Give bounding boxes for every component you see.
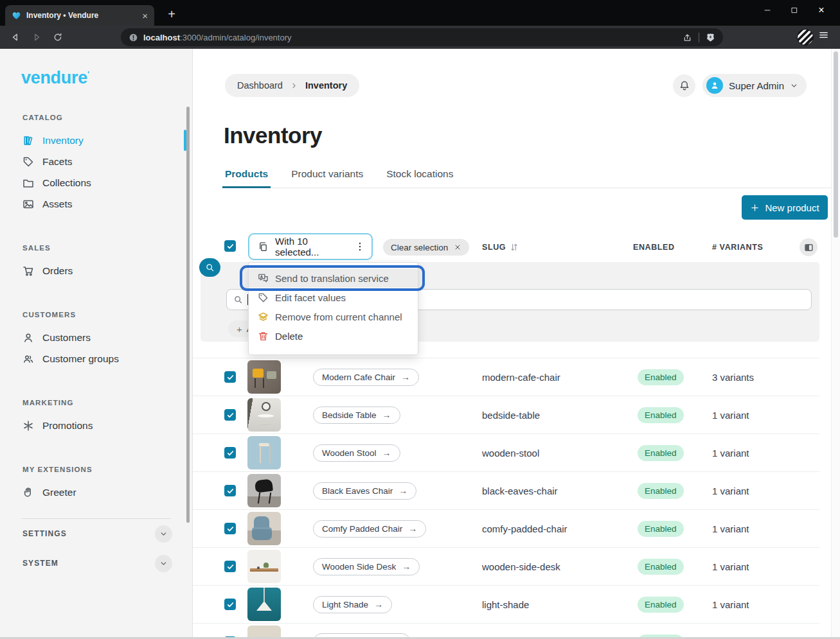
user-name: Super Admin bbox=[729, 80, 784, 91]
search-toggle-button[interactable] bbox=[199, 258, 220, 277]
row-checkbox[interactable] bbox=[224, 523, 236, 534]
row-checkbox[interactable] bbox=[224, 409, 236, 421]
product-name-link[interactable]: Comfy Padded Chair→ bbox=[313, 520, 426, 538]
browser-menu-button[interactable] bbox=[818, 30, 834, 45]
system-expand-button[interactable] bbox=[155, 555, 172, 572]
user-menu[interactable]: Super Admin bbox=[702, 74, 807, 97]
product-name-link[interactable]: Wooden Side Desk→ bbox=[313, 558, 420, 575]
status-cell: Enabled bbox=[638, 597, 712, 613]
with-selected-label: With 10 selected... bbox=[275, 236, 346, 258]
sidebar-item-collections[interactable]: Collections bbox=[0, 172, 192, 193]
tab-bar: Products Product variants Stock location… bbox=[224, 168, 831, 188]
kebab-menu-icon[interactable] bbox=[355, 241, 365, 252]
sidebar-scrollbar[interactable] bbox=[186, 107, 190, 523]
user-icon bbox=[22, 332, 34, 344]
row-checkbox[interactable] bbox=[224, 599, 236, 610]
sidebar-item-inventory[interactable]: Inventory bbox=[0, 130, 192, 151]
users-icon bbox=[22, 353, 34, 365]
product-name-cell: Bedside Table→ bbox=[313, 407, 482, 424]
reload-button[interactable] bbox=[50, 30, 66, 45]
divider bbox=[699, 33, 699, 42]
product-name: Bedside Table bbox=[322, 410, 377, 420]
column-settings-button[interactable] bbox=[800, 238, 818, 256]
status-badge: Enabled bbox=[638, 521, 684, 537]
product-slug: light-shade bbox=[482, 599, 638, 610]
breadcrumb-dashboard-link[interactable]: Dashboard bbox=[237, 80, 283, 91]
tab-stock-locations[interactable]: Stock locations bbox=[385, 168, 454, 188]
sidebar-section-customers: CUSTOMERSCustomersCustomer groups bbox=[0, 311, 192, 369]
url-path: :3000/admin/catalog/inventory bbox=[180, 33, 291, 42]
sidebar-item-facets[interactable]: Facets bbox=[0, 151, 192, 172]
product-name: Wooden Side Desk bbox=[322, 562, 396, 572]
sidebar-item-promotions[interactable]: Promotions bbox=[0, 415, 192, 436]
forward-button[interactable] bbox=[29, 30, 44, 45]
maximize-button[interactable] bbox=[781, 1, 808, 19]
brave-shield-icon[interactable] bbox=[706, 33, 715, 42]
url-text: localhost:3000/admin/catalog/inventory bbox=[143, 33, 292, 42]
arrow-right-icon: → bbox=[374, 600, 383, 609]
copy-icon bbox=[258, 241, 269, 252]
variant-count: 1 variant bbox=[712, 486, 749, 496]
check-icon bbox=[226, 449, 235, 457]
browser-tab[interactable]: Inventory • Vendure × bbox=[5, 5, 154, 26]
menu-item-send-to-translation-service[interactable]: Send to translation service bbox=[249, 268, 418, 288]
share-icon[interactable] bbox=[683, 33, 692, 42]
variant-count: 1 variant bbox=[712, 561, 749, 572]
product-name: Light Shade bbox=[322, 600, 368, 609]
browser-profile-avatar[interactable] bbox=[797, 29, 814, 46]
page-scrollbar[interactable] bbox=[831, 49, 840, 639]
window-controls: × bbox=[754, 1, 835, 20]
close-window-button[interactable]: × bbox=[808, 1, 835, 19]
product-name-cell: Light Shade→ bbox=[313, 596, 482, 613]
select-all-checkbox[interactable] bbox=[224, 240, 236, 252]
notifications-button[interactable] bbox=[673, 74, 695, 97]
sidebar-item-system[interactable]: SYSTEM bbox=[22, 548, 172, 578]
sidebar-item-greeter[interactable]: Greeter bbox=[0, 482, 192, 503]
vendure-logo: vendure' bbox=[21, 68, 192, 88]
new-product-button[interactable]: New product bbox=[742, 195, 828, 220]
sidebar-section-catalog: CATALOGInventoryFacetsCollectionsAssets bbox=[0, 114, 192, 214]
product-name-link[interactable]: Light Shade→ bbox=[313, 596, 392, 613]
site-info-icon[interactable] bbox=[129, 33, 138, 42]
with-selected-button[interactable]: With 10 selected... bbox=[248, 233, 373, 260]
chevron-right-icon bbox=[290, 82, 298, 90]
check-icon bbox=[226, 373, 235, 381]
product-name-link[interactable]: Bedside Table→ bbox=[313, 407, 400, 424]
menu-item-label: Remove from current channel bbox=[275, 311, 402, 322]
back-button[interactable] bbox=[8, 30, 23, 45]
hand-icon bbox=[22, 487, 34, 498]
settings-expand-button[interactable] bbox=[155, 525, 172, 543]
scrollbar-thumb[interactable] bbox=[834, 51, 838, 238]
table-row: Light Shade→light-shadeEnabled1 variant bbox=[193, 585, 819, 623]
tab-products[interactable]: Products bbox=[224, 168, 269, 188]
sidebar-item-customer-groups[interactable]: Customer groups bbox=[0, 348, 192, 369]
sidebar-item-label: Customers bbox=[42, 332, 91, 344]
row-checkbox[interactable] bbox=[224, 447, 236, 459]
minimize-button[interactable] bbox=[754, 1, 781, 19]
menu-item-remove-from-current-channel[interactable]: Remove from current channel bbox=[249, 307, 418, 326]
table-row: Modern Cafe Chair→modern-cafe-chairEnabl… bbox=[193, 358, 819, 396]
sidebar-item-orders[interactable]: Orders bbox=[0, 260, 192, 281]
menu-item-edit-facet-values[interactable]: Edit facet values bbox=[249, 288, 418, 307]
chevron-down-icon bbox=[159, 559, 168, 568]
menu-item-delete[interactable]: Delete bbox=[249, 326, 418, 346]
column-header-slug[interactable]: SLUG bbox=[482, 243, 519, 252]
clear-selection-button[interactable]: Clear selection bbox=[383, 239, 469, 256]
product-name-link[interactable]: Modern Cafe Chair→ bbox=[313, 369, 419, 386]
product-table: Modern Cafe Chair→modern-cafe-chairEnabl… bbox=[193, 358, 819, 639]
row-checkbox[interactable] bbox=[224, 371, 236, 383]
sidebar-item-customers[interactable]: Customers bbox=[0, 327, 192, 348]
product-name-link[interactable]: Black Eaves Chair→ bbox=[313, 482, 416, 500]
product-name-cell: Wooden Stool→ bbox=[313, 444, 482, 462]
product-name-link[interactable]: Wooden Stool→ bbox=[313, 444, 400, 462]
row-checkbox[interactable] bbox=[224, 485, 236, 496]
url-bar[interactable]: localhost:3000/admin/catalog/inventory bbox=[121, 28, 723, 46]
sidebar-item-assets[interactable]: Assets bbox=[0, 193, 192, 214]
tab-product-variants[interactable]: Product variants bbox=[290, 168, 364, 188]
new-tab-button[interactable]: + bbox=[163, 6, 180, 22]
sidebar-item-settings[interactable]: SETTINGS bbox=[22, 519, 172, 548]
arrow-right-icon: → bbox=[398, 486, 407, 495]
row-checkbox[interactable] bbox=[224, 561, 236, 572]
sidebar-section-label: CUSTOMERS bbox=[22, 311, 192, 319]
tab-close-icon[interactable]: × bbox=[142, 11, 148, 21]
